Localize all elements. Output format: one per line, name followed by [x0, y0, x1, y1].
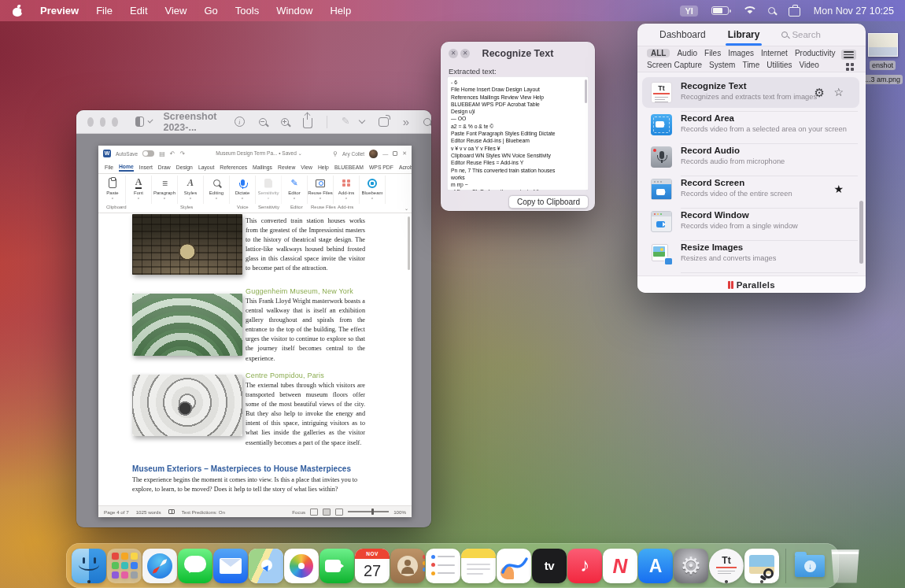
- menu-tools[interactable]: Tools: [235, 5, 259, 17]
- list-view-button[interactable]: [841, 50, 856, 60]
- favorite-star-filled-icon[interactable]: [833, 182, 844, 196]
- doc-section2-heading: Guggenheim Museum, New York: [246, 287, 353, 295]
- tab-dashboard[interactable]: Dashboard: [659, 29, 706, 40]
- file-thumbnail: [868, 33, 898, 57]
- markup-chevron-icon[interactable]: [358, 117, 364, 124]
- dock-system-settings[interactable]: [674, 549, 708, 583]
- dock-notes[interactable]: [461, 549, 496, 583]
- toolbox-search[interactable]: [781, 30, 866, 39]
- menu-file[interactable]: File: [96, 5, 113, 17]
- tool-recognize-text[interactable]: Tt Recognize Text Recognizes and extract…: [642, 77, 859, 108]
- dock-reminders[interactable]: [426, 549, 460, 583]
- search-icon[interactable]: [423, 118, 431, 126]
- dock-preview[interactable]: [744, 549, 779, 583]
- toolbox-scrollbar-thumb[interactable]: [859, 201, 863, 264]
- dock-maps[interactable]: [249, 549, 283, 583]
- tool-record-window[interactable]: Record Window Records video from a singl…: [642, 206, 859, 237]
- status-zoom: 100%: [393, 509, 406, 515]
- menu-app-name[interactable]: Preview: [40, 5, 79, 17]
- dock-recognize-text[interactable]: Tt: [709, 549, 744, 583]
- category-audio[interactable]: Audio: [677, 49, 697, 57]
- minimize-button[interactable]: [100, 117, 106, 127]
- dock-finder[interactable]: [72, 549, 106, 583]
- menu-view[interactable]: View: [165, 5, 187, 17]
- record-area-icon: [651, 114, 672, 135]
- tab-acrobat: Acrobat: [399, 165, 412, 170]
- menu-bar: Preview File Edit View Go Tools Window H…: [0, 0, 905, 21]
- word-scrollbar[interactable]: [408, 216, 410, 270]
- dock-contacts[interactable]: [390, 549, 425, 583]
- menu-go[interactable]: Go: [204, 5, 217, 17]
- ribbon-button-styles: A Styles: [178, 176, 204, 204]
- info-icon[interactable]: i: [235, 116, 245, 127]
- apple-menu-icon[interactable]: [13, 6, 23, 17]
- menu-window[interactable]: Window: [276, 5, 312, 17]
- search-input[interactable]: [792, 30, 866, 39]
- category-screen-capture[interactable]: Screen Capture: [647, 61, 702, 69]
- desktop-screenshot-file[interactable]: enshot ...3 am.png: [860, 33, 905, 85]
- dock-trash[interactable]: [828, 549, 863, 583]
- dock-mail[interactable]: [213, 549, 248, 583]
- category-system[interactable]: System: [709, 61, 735, 69]
- dock-facetime[interactable]: [320, 549, 354, 583]
- share-icon[interactable]: [303, 118, 312, 128]
- ribbon-button-sensitivity: Sensitivity: [256, 176, 282, 204]
- dock-photos[interactable]: [284, 549, 319, 583]
- dock-music[interactable]: ♪: [567, 549, 602, 583]
- category-video[interactable]: Video: [799, 61, 818, 69]
- dock-freeform[interactable]: [497, 549, 531, 583]
- category-time[interactable]: Time: [742, 61, 759, 69]
- search-icon: [781, 31, 788, 38]
- zoom-button[interactable]: [112, 117, 118, 127]
- tool-record-area[interactable]: Record Area Records video from a selecte…: [642, 109, 859, 140]
- category-images[interactable]: Images: [728, 49, 754, 57]
- input-source-badge[interactable]: YI: [680, 6, 697, 17]
- battery-icon[interactable]: [711, 6, 729, 15]
- preview-titlebar[interactable]: Screenshot 2023-... i: [76, 110, 431, 134]
- markup-pen-icon[interactable]: [342, 116, 352, 127]
- wifi-icon[interactable]: [742, 6, 755, 16]
- tab-library[interactable]: Library: [728, 29, 760, 40]
- more-toolbar-icon[interactable]: [403, 115, 409, 128]
- word-minimize-icon: —: [382, 151, 388, 157]
- dock-news[interactable]: N: [603, 549, 637, 583]
- rotate-icon[interactable]: [379, 117, 389, 127]
- copy-to-clipboard-button[interactable]: Copy to Clipboard: [508, 195, 589, 209]
- dock-messages[interactable]: [178, 549, 212, 583]
- category-internet[interactable]: Internet: [761, 49, 788, 57]
- category-utilities[interactable]: Utilities: [766, 61, 792, 69]
- tab-review: Review: [278, 165, 295, 170]
- grid-view-button[interactable]: [846, 63, 855, 71]
- sidebar-toggle-icon[interactable]: [135, 116, 145, 127]
- category-productivity[interactable]: Productivity: [795, 49, 836, 57]
- spotlight-search-icon[interactable]: [768, 7, 775, 14]
- view-read-icon: [310, 508, 318, 516]
- window-title: Screenshot 2023-...: [163, 111, 220, 133]
- toolbox-menu-icon[interactable]: [789, 7, 800, 17]
- tool-settings-icon[interactable]: [814, 86, 825, 100]
- close-button[interactable]: [87, 117, 94, 127]
- dock-safari[interactable]: [142, 549, 177, 583]
- dock-apple-tv[interactable]: tv: [532, 549, 567, 583]
- tool-resize-images[interactable]: Resize Images Resizes and converts image…: [642, 239, 859, 269]
- menu-help[interactable]: Help: [330, 5, 351, 17]
- tool-record-audio[interactable]: Record Audio Records audio from micropho…: [642, 142, 859, 172]
- dock-app-store[interactable]: A: [638, 549, 673, 583]
- menu-edit[interactable]: Edit: [130, 5, 147, 17]
- sidebar-chevron-icon[interactable]: [148, 117, 153, 123]
- toolbar-divider: [327, 116, 327, 128]
- recognize-text-icon: Tt: [651, 82, 672, 103]
- zoom-in-icon[interactable]: [281, 118, 289, 126]
- recognize-text-popup: ✕ ✕ Recognize Text Extracted text: - 6 F…: [441, 42, 595, 211]
- tool-record-screen[interactable]: Record Screen Records video of the entir…: [642, 174, 859, 205]
- popup-scrollbar-thumb[interactable]: [585, 80, 587, 103]
- dock-calendar[interactable]: NOV 27: [355, 549, 390, 583]
- category-all[interactable]: ALL: [647, 49, 670, 57]
- zoom-out-icon[interactable]: [259, 118, 267, 126]
- category-files[interactable]: Files: [704, 49, 721, 57]
- menu-clock[interactable]: Mon Nov 27 10:25: [814, 6, 894, 17]
- dock-launchpad[interactable]: [107, 549, 142, 583]
- dock-downloads-folder[interactable]: ↓: [792, 549, 827, 583]
- extracted-text-area[interactable]: - 6 File Home Insert Draw Design Layout …: [447, 76, 589, 190]
- favorite-star-icon[interactable]: [833, 85, 844, 99]
